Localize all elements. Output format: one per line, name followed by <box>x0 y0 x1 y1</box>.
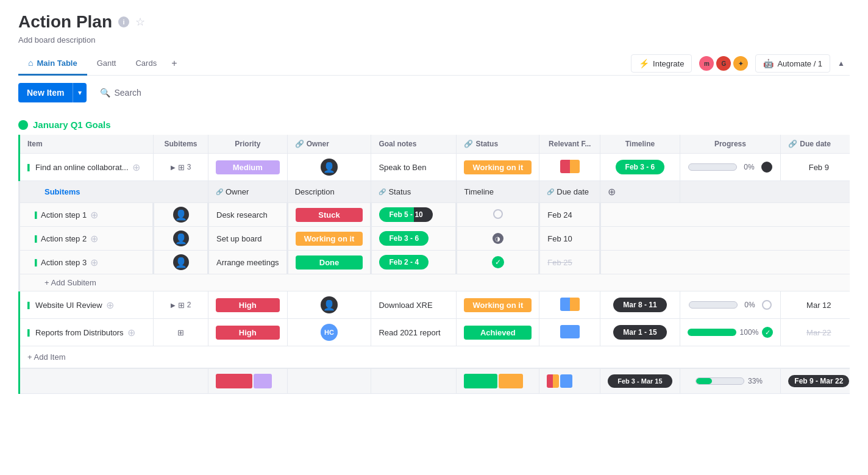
info-icon[interactable]: i <box>118 16 129 27</box>
home-icon: ⌂ <box>28 58 33 68</box>
status-working-badge[interactable]: Working on it <box>296 232 363 246</box>
row3-status-badge[interactable]: Achieved <box>464 326 532 340</box>
tab-cards[interactable]: Cards <box>126 52 166 76</box>
board-description[interactable]: Add board description <box>18 35 850 45</box>
subh-priority: 🔗Owner <box>208 181 288 203</box>
row3-status[interactable]: Achieved <box>457 319 539 346</box>
add-row3-icon[interactable]: ⊕ <box>127 327 135 338</box>
subitem1-status[interactable]: Stuck <box>287 203 371 227</box>
automate-icon: 🤖 <box>763 59 774 68</box>
subh-goalnotes: 🔗Status <box>371 181 457 203</box>
th-due-date: 🔗Due date <box>781 135 850 154</box>
row3-owner[interactable]: HC <box>287 319 371 346</box>
subitem3-owner: 👤 <box>154 251 208 274</box>
row2-status-badge[interactable]: Working on it <box>464 298 532 312</box>
add-item-label[interactable]: + Add Item <box>27 352 66 362</box>
check-circle[interactable]: ✓ <box>492 256 504 268</box>
add-subitem-icon[interactable]: ⊕ <box>90 209 98 221</box>
progress-circle <box>761 162 772 173</box>
new-item-dropdown[interactable]: ▾ <box>73 83 87 102</box>
subitem-color-bar3: ▌ <box>35 259 37 266</box>
row3-progress-bar-outer <box>688 329 736 336</box>
add-subitem2-icon[interactable]: ⊕ <box>90 233 98 245</box>
row1-status[interactable]: Working on it <box>457 154 539 181</box>
progress-bar-outer <box>688 163 737 171</box>
add-row-icon[interactable]: ⊕ <box>132 162 140 173</box>
subitem2-status[interactable]: Working on it <box>287 227 371 251</box>
row2-progress-bar-outer <box>689 301 738 309</box>
add-subitem-label[interactable]: + Add Subitem <box>44 278 96 287</box>
row3-item: ▌ Reports from Distributors ⊕ <box>20 319 154 346</box>
row3-priority-badge[interactable]: High <box>216 326 280 340</box>
status-badge[interactable]: Working on it <box>464 160 532 174</box>
search-icon: 🔍 <box>100 88 110 98</box>
subitem1-empty <box>600 203 850 227</box>
automate-button[interactable]: 🤖 Automate / 1 <box>755 54 830 73</box>
summary-rel1 <box>547 374 559 388</box>
tab-add[interactable]: + <box>166 52 182 75</box>
add-row2-icon[interactable]: ⊕ <box>106 299 114 311</box>
radio-circle[interactable] <box>493 209 503 219</box>
th-relevant: Relevant F... <box>539 135 600 154</box>
tab-main-table[interactable]: ⌂ Main Table <box>18 52 87 76</box>
subitem3-duedate-val: Feb 25 <box>539 251 600 274</box>
expand-icon2[interactable]: ▶ <box>171 302 176 309</box>
tab-gantt[interactable]: Gantt <box>87 52 126 76</box>
add-subitem3-icon[interactable]: ⊕ <box>90 257 98 268</box>
subitem2-avatar: 👤 <box>173 230 189 246</box>
row2-subitems[interactable]: ▶ ⊞ 2 <box>154 291 208 319</box>
expand-icon[interactable]: ▶ <box>171 164 176 171</box>
subh-empty <box>680 181 850 203</box>
subitem3-empty <box>600 251 850 274</box>
new-item-wrapper: New Item ▾ <box>18 83 87 102</box>
row3-due-date: Mar 22 <box>781 319 850 346</box>
subitem2-empty <box>600 227 850 251</box>
radio-half[interactable]: ◑ <box>493 233 503 244</box>
row3-subitems[interactable]: ⊞ <box>154 319 208 346</box>
status-done-badge[interactable]: Done <box>296 255 363 270</box>
summary-empty <box>20 368 208 394</box>
row1-due-date: Feb 9 <box>781 154 850 181</box>
row3-relevant-icon <box>560 325 580 338</box>
chevron-up-icon[interactable]: ▲ <box>838 59 845 68</box>
subitem3-status[interactable]: Done <box>287 251 371 274</box>
row2-avatar: 👤 <box>321 296 338 313</box>
summary-row: Feb 3 - Mar 15 33% Feb 9 - Mar 22 <box>20 368 850 394</box>
th-item: Item <box>20 135 154 154</box>
row2-owner[interactable]: 👤 <box>287 291 371 319</box>
row2-status[interactable]: Working on it <box>457 291 539 319</box>
summary-notes <box>371 368 457 394</box>
summary-p1-bar <box>216 374 252 388</box>
row2-due-date: Mar 12 <box>781 291 850 319</box>
new-item-button[interactable]: New Item <box>18 83 73 102</box>
main-table: Item Subitems Priority 🔗Owner Goal notes… <box>18 135 850 394</box>
priority-high-badge[interactable]: High <box>216 298 280 312</box>
subitem-icon3: ⊞ <box>177 328 184 337</box>
summary-owner <box>287 368 371 394</box>
row3-progress: 100% ✓ <box>680 319 781 346</box>
avatar-icons: m G ✦ <box>699 56 748 71</box>
subh-timeline: ⊕ <box>600 181 680 203</box>
integrate-button[interactable]: ⚡ Integrate <box>631 54 692 73</box>
subitem1-desc: Desk research <box>208 203 288 227</box>
subitem-row-1: ▌ Action step 1 ⊕ 👤 Desk research Stuck … <box>20 203 850 227</box>
subitem1-owner: 👤 <box>154 203 208 227</box>
th-progress: Progress <box>680 135 781 154</box>
row3-priority[interactable]: High <box>208 319 288 346</box>
row1-owner[interactable]: 👤 <box>287 154 371 181</box>
priority-badge[interactable]: Medium <box>216 160 280 174</box>
row1-subitems[interactable]: ▶ ⊞ 3 <box>154 154 208 181</box>
search-button[interactable]: 🔍 Search <box>93 84 148 101</box>
status-stuck-badge[interactable]: Stuck <box>296 208 363 222</box>
subitem2-desc: Set up board <box>208 227 288 251</box>
row1-priority[interactable]: Medium <box>208 154 288 181</box>
row2-priority[interactable]: High <box>208 291 288 319</box>
star-icon[interactable]: ☆ <box>135 15 145 29</box>
add-item-cell[interactable]: + Add Item <box>20 346 850 369</box>
add-col-icon[interactable]: ⊕ <box>608 187 616 197</box>
subh-relevant: 🔗Due date <box>539 181 600 203</box>
add-subitem-cell[interactable]: + Add Subitem <box>20 274 850 291</box>
link-icon4: 🔗 <box>379 188 386 195</box>
subitem-color-bar: ▌ <box>35 212 37 218</box>
subitem1-timeline: Feb 5 - 10 <box>371 203 457 227</box>
